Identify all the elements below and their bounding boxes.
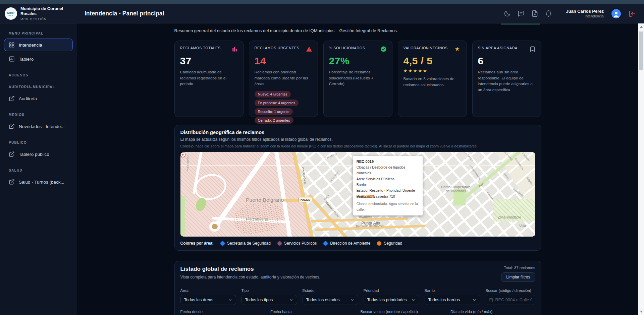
app-header: MCR ≈≈≈ Municipio de Coronel Rosales MCR… [0,4,644,23]
chevron-down-icon [350,298,355,302]
map-street-label: Rivadavia [359,215,372,218]
status-pill: Resuelto: 1 urgente [255,108,293,115]
filter-label: Estado [303,289,358,293]
bar-chart-icon [9,56,15,62]
filter-vecino: Buscar vecino (nombre / apellido) [361,310,445,315]
scrollbar-down-arrow[interactable] [638,309,644,314]
messages-icon[interactable] [518,10,525,17]
legend-text: Seguridad [384,241,402,246]
prioridad-select[interactable]: Todas las prioridades [364,295,419,305]
filter-label: Área [180,289,236,293]
status-pill: Nuevo: 4 urgentes [255,91,291,98]
popup-estado: Estado: Resuelto · Prioridad: Urgente [357,188,419,193]
select-value: Todas las áreas [184,298,214,302]
sidebar-item-auditoria[interactable]: Auditoría [4,92,73,105]
route-badge: RN229 [299,197,313,202]
card-solucionados: % SOLUCIONADOS 27% Porcentaje de reclamo… [323,41,392,117]
estado-select[interactable]: Todos los estados [303,295,358,305]
legend-text: Dirección de Ambiente [330,241,370,246]
sidebar-section-menu-principal: MENU PRINCIPAL [0,32,77,35]
page-scrollbar[interactable] [638,23,644,315]
popup-barrio: Barrio: - [357,182,419,188]
listado-title: Listado global de reclamos [180,266,320,272]
new-report-icon[interactable] [531,10,538,17]
card-value: 6 [478,55,536,67]
filter-fecha-desde: Fecha desde mm/dd/yyyy [180,310,265,315]
selected-map-marker[interactable]: + [180,152,185,157]
logout-icon[interactable] [629,10,636,17]
app-root: MCR ≈≈≈ Municipio de Coronel Rosales MCR… [0,0,644,315]
sidebar-item-tablero[interactable]: Tablero [4,53,73,65]
sidebar-item-label: Intendencia [19,43,42,48]
card-label: RECLAMOS TOTALES [180,46,221,50]
brand: MCR ≈≈≈ Municipio de Coronel Rosales MCR… [0,4,77,23]
user-role: Intendencia [566,14,604,19]
sidebar-item-label: Auditoría [19,96,37,101]
card-label: RECLAMOS URGENTES [255,46,300,50]
user-name: Juan Carlos Perez [566,9,604,14]
map-green-strip [180,196,185,237]
search-field[interactable] [486,295,535,305]
filter-label: Buscar (código / dirección) [486,289,535,293]
map-title: Distribución geográfica de reclamos [180,130,535,135]
card-label: SIN ÁREA ASIGNADA [478,46,518,50]
card-value: 37 [180,55,238,67]
area-select[interactable]: Todas las áreas [180,295,236,305]
star-icon: ★ [455,46,461,52]
chevron-down-icon [411,298,416,302]
sidebar-item-novedades[interactable]: Novedades · Intende... [4,120,73,133]
scrollbar-thumb[interactable] [639,32,643,70]
map-place-label: Puerto Belgrano [246,197,284,203]
card-desc: Reclamos aún sin área responsable. El eq… [478,69,536,93]
scrolled-element-sliver [501,23,540,25]
card-desc: Reclamos con prioridad marcada como urge… [255,69,312,87]
star-rating: ★★★★★ [404,68,461,73]
sidebar-item-label: Tablero [19,57,34,62]
select-value: Todos los tipos [245,298,273,302]
popup-code: REC-0019 [357,159,419,165]
dashboard-intro: Resumen general del estado de los reclam… [174,28,541,33]
sidebar-section-auditoria-municipal: AUDITORIA-MUNICIPAL [0,85,77,89]
clear-filters-button[interactable]: Limpiar filtros [501,272,535,282]
map-popup: REC-0019 Cloacas / Desborde de líquidos … [353,156,423,215]
user-avatar[interactable] [610,8,622,19]
legend-item: Servicios Públicos [277,241,317,246]
municipality-logo: MCR ≈≈≈ [5,7,17,20]
status-pill: Cerrado: 2 urgentes [255,117,293,124]
sidebar-item-salud-turnos[interactable]: Salud · Turnos (back... [4,176,73,188]
map-panel: Distribución geográfica de reclamos El m… [174,125,541,251]
external-link-icon [9,123,15,129]
filter-label: Prioridad [364,289,419,293]
search-input[interactable] [489,298,532,302]
popup-area: Área: Servicios Públicos [357,176,419,182]
legend-item: Secretaría de Seguridad [220,241,271,246]
theme-toggle-moon-icon[interactable] [504,10,511,17]
barrio-select[interactable]: Todos los barrios [425,295,480,305]
map-canvas[interactable]: RN229 Puerto Belgrano Piedrabuena Centro… [180,152,535,237]
sidebar-item-tablero-publico[interactable]: Tablero público [4,148,73,161]
card-desc: Cantidad acumulada de reclamos registrad… [180,69,238,87]
popup-note: Cloaca desbordada. Agua servida en la ca… [357,201,419,213]
card-value: 14 [255,55,312,67]
scrollbar-up-arrow[interactable] [638,24,644,29]
legend-dot [220,241,225,246]
notifications-bell-icon[interactable] [545,10,552,17]
card-label: VALORACIÓN VECINOS [404,46,448,50]
sidebar-item-label: Tablero público [19,152,49,157]
chevron-down-icon [472,298,477,302]
map-place-label: Piedrabuena [246,217,268,221]
bookmark-icon [529,46,536,52]
legend-item: Dirección de Ambiente [323,241,370,246]
tipo-select[interactable]: Todos los tipos [241,295,297,305]
map-place-label: Zona inundable [498,215,521,219]
filter-prioridad: Prioridad Todas las prioridades [364,289,419,305]
check-circle-icon [380,46,387,52]
top-strip [0,0,644,4]
legend-text: Secretaría de Seguridad [227,241,271,246]
select-value: Todas las prioridades [367,298,407,302]
card-reclamos-urgentes: RECLAMOS URGENTES 14 Reclamos con priori… [249,41,318,117]
card-label: % SOLUCIONADOS [329,46,365,50]
sidebar-item-intendencia[interactable]: Intendencia [4,39,73,51]
filter-label: Buscar vecino (nombre / apellido) [361,310,445,314]
main-content: Resumen general del estado de los reclam… [77,23,638,315]
